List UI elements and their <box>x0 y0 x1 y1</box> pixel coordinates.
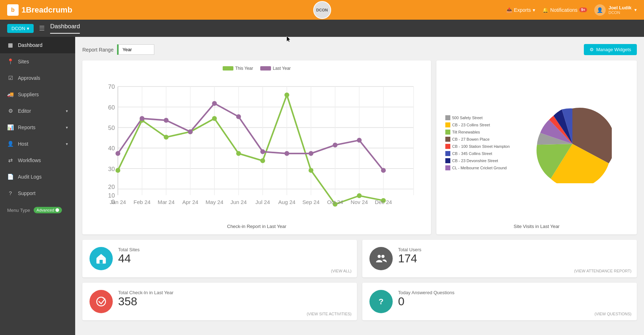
header-right: 📤 Exports ▾ 🔔 Notifications 9+ 👤 Joel Lu… <box>506 4 637 16</box>
pie-color-3 <box>445 137 450 142</box>
bar-chart-icon: 📊 <box>7 124 14 131</box>
user-chevron-icon: ▾ <box>634 7 637 13</box>
legend-this-year: This Year <box>223 66 253 71</box>
stat-value-questions: 0 <box>398 295 455 308</box>
svg-text:60: 60 <box>108 104 115 111</box>
svg-point-50 <box>381 168 386 173</box>
svg-point-40 <box>140 116 144 121</box>
menu-type-label: Menu Type <box>7 208 30 213</box>
stat-label-sites: Total Sites <box>118 247 140 252</box>
sidebar-item-reports[interactable]: 📊 Reports ▾ <box>0 119 75 136</box>
pie-legend-item-2: Tilt Renewables <box>445 130 510 135</box>
svg-point-32 <box>236 151 241 156</box>
sidebar-item-support[interactable]: ? Support <box>0 185 75 201</box>
stat-value-checkin: 358 <box>118 295 174 308</box>
pie-color-0 <box>445 115 450 120</box>
svg-text:Jul 24: Jul 24 <box>256 199 270 205</box>
svg-text:Jan 24: Jan 24 <box>110 199 126 205</box>
editor-chevron-icon: ▾ <box>66 109 68 113</box>
pie-legend: 500 Safety Street CB - 23 Collins Street… <box>445 115 510 173</box>
sidebar-item-approvals[interactable]: ☑ Approvals <box>0 70 75 86</box>
svg-point-47 <box>309 151 313 156</box>
sub-header: DCON ▾ ☰ Dashboard <box>0 20 644 37</box>
advanced-toggle[interactable]: Advanced <box>34 207 62 213</box>
user-info[interactable]: 👤 Joel Ludik DCON ▾ <box>594 4 637 16</box>
range-select[interactable]: Year Month Week Day <box>118 44 154 55</box>
host-chevron-icon: ▾ <box>66 142 68 146</box>
stat-label-questions: Today Answered Questions <box>398 290 455 295</box>
pie-legend-item-7: CL - Melbourne Cricket Ground <box>445 165 510 170</box>
view-all-link[interactable]: (VIEW ALL) <box>331 269 352 273</box>
user-name: Joel Ludik <box>609 5 631 10</box>
stat-label-checkin: Total Check-In in Last Year <box>118 290 174 295</box>
main-layout: ▦ Dashboard 📍 Sites ☑ Approvals 🚚 Suppli… <box>0 37 644 335</box>
view-questions-link[interactable]: (VIEW QUESTIONS) <box>595 312 631 316</box>
hamburger-icon[interactable]: ☰ <box>39 24 45 32</box>
pie-legend-item-5: CB - 345 Collins Street <box>445 151 510 156</box>
sites-icon-circle <box>89 247 113 270</box>
pie-chart-wrapper <box>517 105 628 183</box>
report-range-row: Report Range Year Month Week Day ⚙ Manag… <box>82 44 637 55</box>
svg-point-35 <box>309 168 313 173</box>
pie-container: 500 Safety Street CB - 23 Collins Street… <box>442 66 631 222</box>
map-pin-icon: 📍 <box>7 58 14 65</box>
pie-legend-item-6: CB - 23 Devonshire Street <box>445 158 510 163</box>
line-chart-widget: This Year Last Year <box>82 60 431 234</box>
pie-color-6 <box>445 158 450 163</box>
svg-text:May 24: May 24 <box>205 199 223 205</box>
pie-legend-item-1: CB - 23 Collins Street <box>445 122 510 127</box>
dcon-circle: DCON <box>313 1 331 19</box>
exports-button[interactable]: 📤 Exports ▾ <box>506 7 535 13</box>
svg-point-37 <box>357 193 362 198</box>
check-square-icon: ☑ <box>7 75 14 81</box>
file-text-icon: 📄 <box>7 174 14 180</box>
manage-widgets-button[interactable]: ⚙ Manage Widgets <box>584 44 637 55</box>
export-icon: 📤 <box>506 7 512 13</box>
svg-point-33 <box>260 158 265 163</box>
pie-color-4 <box>445 144 450 149</box>
notifications-button[interactable]: 🔔 Notifications 9+ <box>542 7 587 13</box>
this-year-color <box>223 66 233 71</box>
svg-text:10: 10 <box>108 192 115 199</box>
view-site-activities-link[interactable]: (VIEW SITE ACTIVITIES) <box>307 312 352 316</box>
sidebar-item-host[interactable]: 👤 Host ▾ <box>0 136 75 152</box>
users-icon <box>375 252 387 265</box>
report-range-label: Report Range <box>82 47 113 53</box>
bell-icon: 🔔 <box>542 7 548 13</box>
svg-text:Feb 24: Feb 24 <box>134 199 150 205</box>
pie-chart-widget: 500 Safety Street CB - 23 Collins Street… <box>436 60 637 234</box>
brand-icon: b <box>7 4 19 16</box>
sidebar-item-sites[interactable]: 📍 Sites <box>0 53 75 70</box>
dcon-button[interactable]: DCON ▾ <box>7 24 34 33</box>
users-icon-circle <box>369 247 393 270</box>
questions-icon-circle: ? <box>369 290 393 313</box>
line-chart-title: Check-in Report in Last Year <box>88 224 426 229</box>
svg-point-43 <box>212 101 217 106</box>
svg-point-42 <box>188 129 193 134</box>
svg-text:Dec 24: Dec 24 <box>375 199 392 205</box>
sites-icon <box>95 252 107 265</box>
view-attendance-link[interactable]: (VIEW ATTENDANCE REPORT) <box>574 269 631 273</box>
svg-text:Mar 24: Mar 24 <box>158 199 175 205</box>
svg-point-66 <box>381 255 384 258</box>
stat-value-sites: 44 <box>118 252 140 265</box>
svg-text:Sep 24: Sep 24 <box>302 199 320 205</box>
svg-point-49 <box>357 138 362 142</box>
sidebar-item-dashboard[interactable]: ▦ Dashboard <box>0 37 75 53</box>
avatar: 👤 <box>594 4 606 16</box>
sidebar-item-audit-logs[interactable]: 📄 Audit Logs <box>0 169 75 185</box>
question-icon: ? <box>375 295 387 308</box>
header-center-logo: DCON <box>313 1 331 19</box>
sidebar-item-workflows[interactable]: ⇄ Workflows <box>0 152 75 169</box>
svg-text:40: 40 <box>108 145 115 152</box>
content-area: Report Range Year Month Week Day ⚙ Manag… <box>75 37 644 335</box>
sidebar-item-suppliers[interactable]: 🚚 Suppliers <box>0 86 75 103</box>
svg-text:Oct 24: Oct 24 <box>327 199 343 205</box>
pie-color-2 <box>445 130 450 135</box>
pie-legend-item-4: CB - 100 Station Street Hampton <box>445 144 510 149</box>
sidebar-item-editor[interactable]: ⚙ Editor ▾ <box>0 103 75 119</box>
pie-legend-item-3: CB - 27 Bowen Place <box>445 137 510 142</box>
grid-icon: ▦ <box>7 42 14 48</box>
stats-row-1: Total Sites 44 (VIEW ALL) Total Users <box>82 240 637 277</box>
stat-info-checkin: Total Check-In in Last Year 358 <box>118 290 174 308</box>
